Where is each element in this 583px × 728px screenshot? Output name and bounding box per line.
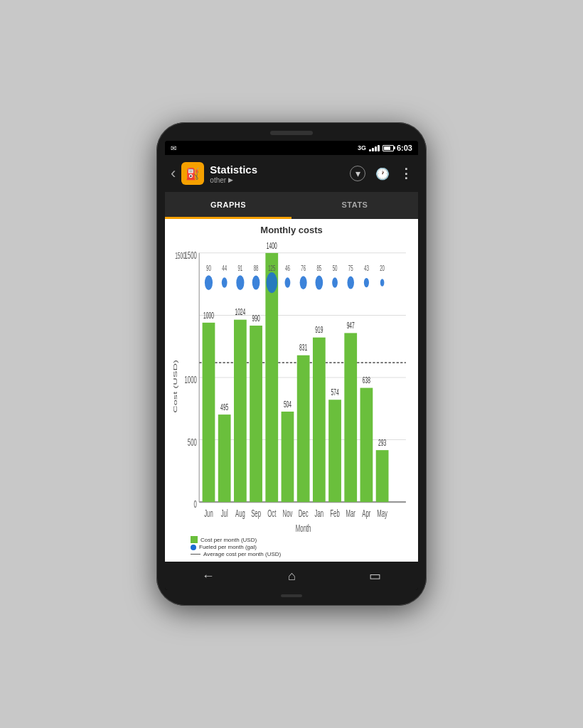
svg-point-49	[380, 279, 385, 286]
signal-bar-2	[372, 148, 374, 151]
svg-point-45	[316, 276, 323, 290]
nav-back-button[interactable]: ←	[202, 569, 215, 584]
bar-aug	[234, 320, 247, 502]
svg-text:Oct: Oct	[267, 507, 277, 518]
svg-text:831: 831	[299, 343, 307, 353]
svg-text:293: 293	[378, 438, 386, 448]
more-button[interactable]: ⋮	[400, 166, 412, 181]
svg-point-47	[347, 277, 354, 289]
nav-bar: ← ⌂ ▭	[165, 562, 418, 590]
svg-text:Month: Month	[296, 522, 311, 533]
chart-title: Monthly costs	[169, 225, 414, 235]
svg-text:Mar: Mar	[346, 507, 355, 518]
tabs: GRAPHS STATS	[165, 192, 418, 219]
svg-text:0: 0	[194, 498, 198, 510]
chart-legend: Cost per month (USD) Fueled per month (g…	[169, 535, 414, 559]
battery-icon	[383, 145, 394, 151]
app-icon: ⛽	[181, 162, 204, 185]
svg-text:91: 91	[237, 264, 242, 272]
history-button[interactable]: 🕐	[375, 167, 390, 181]
top-bar-actions: ▾ 🕐 ⋮	[350, 166, 412, 181]
chart-svg-container: Cost (USD) 0 500 1000 1500	[169, 238, 414, 535]
svg-text:Dec: Dec	[299, 507, 309, 518]
svg-point-42	[266, 272, 277, 293]
svg-text:1500: 1500	[175, 251, 186, 261]
legend-fueled-label: Fueled per month (gal)	[199, 544, 257, 550]
bar-mar	[344, 333, 357, 502]
title-block: Statistics other ▶	[210, 164, 344, 184]
top-bar: ‹ ⛽ Statistics other ▶ ▾ 🕐 ⋮	[165, 155, 418, 192]
svg-text:1024: 1024	[235, 307, 245, 317]
status-right: 3G 6:03	[358, 144, 412, 152]
bar-apr	[360, 388, 373, 503]
nav-home-button[interactable]: ⌂	[288, 569, 296, 584]
svg-text:76: 76	[301, 264, 306, 272]
tab-graphs[interactable]: GRAPHS	[165, 192, 292, 219]
svg-text:919: 919	[315, 325, 323, 335]
svg-text:Sep: Sep	[251, 507, 261, 518]
svg-text:46: 46	[285, 264, 290, 272]
bar-chart: Cost (USD) 0 500 1000 1500	[169, 238, 414, 535]
signal-bar-3	[375, 146, 377, 151]
svg-text:1500: 1500	[185, 249, 198, 260]
svg-text:1400: 1400	[267, 240, 277, 250]
network-indicator: 3G	[358, 144, 366, 151]
bar-dec	[297, 355, 310, 502]
svg-text:500: 500	[188, 436, 197, 447]
svg-text:990: 990	[252, 314, 260, 323]
legend-cost-icon	[191, 536, 198, 543]
bar-jun	[203, 323, 215, 502]
back-button[interactable]: ‹	[171, 164, 176, 183]
svg-text:44: 44	[222, 264, 227, 272]
svg-text:Apr: Apr	[362, 507, 370, 518]
tab-stats[interactable]: STATS	[292, 192, 418, 219]
legend-cost-label: Cost per month (USD)	[200, 537, 257, 543]
svg-text:Jan: Jan	[315, 507, 324, 518]
bar-jul	[218, 414, 231, 502]
page-title: Statistics	[210, 164, 344, 176]
svg-point-41	[252, 276, 260, 290]
svg-text:Aug: Aug	[235, 507, 245, 518]
legend-avg-icon	[191, 554, 200, 555]
phone-screen: ✉ 3G 6:03 ‹ ⛽ Statistics	[165, 141, 418, 590]
svg-text:May: May	[377, 507, 387, 518]
svg-text:20: 20	[380, 264, 385, 272]
svg-text:Feb: Feb	[330, 507, 340, 518]
status-left: ✉	[171, 144, 176, 152]
phone-bottom-bar	[281, 594, 302, 597]
svg-text:504: 504	[284, 399, 292, 409]
status-bar: ✉ 3G 6:03	[165, 141, 418, 155]
bar-nov	[282, 412, 294, 502]
nav-recent-button[interactable]: ▭	[369, 568, 381, 584]
battery-fill	[384, 146, 390, 150]
svg-text:Cost (USD): Cost (USD)	[172, 360, 178, 413]
svg-point-46	[332, 277, 338, 288]
svg-point-43	[285, 277, 291, 288]
svg-text:574: 574	[331, 387, 338, 397]
svg-text:947: 947	[347, 321, 355, 331]
svg-text:43: 43	[364, 264, 369, 272]
bar-may	[376, 450, 389, 502]
svg-point-48	[364, 278, 369, 287]
svg-text:638: 638	[363, 375, 370, 385]
svg-text:495: 495	[220, 402, 228, 412]
svg-text:125: 125	[268, 264, 275, 272]
chart-area: Monthly costs Cost (USD)	[165, 219, 418, 562]
dropdown-button[interactable]: ▾	[350, 166, 365, 181]
signal-bars	[369, 145, 380, 151]
legend-cost: Cost per month (USD)	[191, 536, 392, 543]
svg-text:85: 85	[316, 264, 321, 272]
svg-text:50: 50	[333, 264, 338, 272]
status-time: 6:03	[397, 144, 412, 152]
bar-feb	[328, 400, 341, 502]
svg-text:1000: 1000	[203, 310, 214, 320]
svg-text:Jun: Jun	[204, 507, 213, 518]
legend-avg: Average cost per month (USD)	[191, 551, 392, 557]
svg-text:90: 90	[206, 264, 211, 272]
svg-text:75: 75	[348, 264, 353, 272]
signal-bar-4	[378, 145, 380, 151]
signal-bar-1	[369, 149, 371, 151]
page-subtitle: other ▶	[210, 176, 344, 184]
svg-text:88: 88	[254, 264, 259, 272]
svg-point-44	[300, 276, 307, 289]
